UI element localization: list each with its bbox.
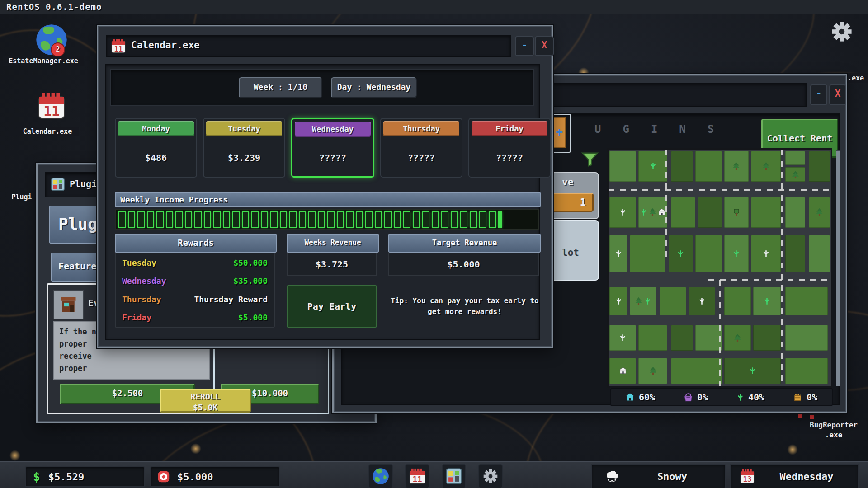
settings-gear-icon[interactable]	[831, 21, 853, 42]
map-tile[interactable]	[695, 151, 722, 182]
minimize-button[interactable]: -	[515, 36, 534, 56]
map-tile[interactable]	[671, 325, 693, 351]
day-card-thursday[interactable]: Thursday?????	[380, 118, 462, 178]
map-tile[interactable]	[751, 235, 781, 273]
day-card-tuesday[interactable]: Tuesday$3.239	[203, 118, 285, 178]
city-map[interactable]	[607, 148, 832, 388]
pay-early-button[interactable]: Pay Early	[287, 285, 377, 328]
map-tile[interactable]	[638, 197, 667, 228]
weather-indicator[interactable]: Snowy	[591, 464, 726, 488]
map-tile[interactable]	[698, 197, 722, 228]
close-button[interactable]: X	[829, 84, 846, 105]
map-tile[interactable]	[660, 287, 686, 315]
progress-segment	[147, 211, 154, 228]
day-cards-row: Monday$486Tuesday$3.239Wednesday?????Thu…	[115, 118, 542, 178]
map-tile[interactable]	[785, 287, 827, 315]
map-tile[interactable]	[724, 151, 749, 182]
map-tile[interactable]	[638, 151, 667, 182]
map-tile[interactable]	[753, 287, 781, 315]
zone-stats-bar: 60%0%40%0%	[610, 388, 833, 406]
reward-value: Thursday Reward	[194, 295, 268, 304]
progress-segment	[137, 211, 145, 228]
map-tile[interactable]	[609, 325, 636, 351]
rewards-list: Tuesday$50.000Wednesday$35.000ThursdayTh…	[115, 253, 275, 328]
day-card-monday[interactable]: Monday$486	[115, 118, 197, 178]
money-indicator[interactable]: $ $5.529	[25, 466, 145, 487]
map-tile[interactable]	[724, 287, 751, 315]
gear-icon	[483, 469, 498, 484]
day-indicator-button[interactable]: Day : Wednesday	[331, 77, 417, 98]
map-tile[interactable]	[695, 235, 722, 273]
map-tile[interactable]	[785, 151, 805, 165]
tree-icon	[763, 162, 769, 170]
desktop-icon-label: BugReporter	[800, 420, 867, 430]
plant-icon	[677, 250, 684, 258]
map-tile[interactable]	[609, 235, 627, 273]
map-tile[interactable]	[785, 325, 827, 351]
tray-icon-gear[interactable]	[478, 464, 503, 488]
day-card-friday[interactable]: Friday?????	[468, 118, 551, 178]
desktop-icon-label-fragment[interactable]: .exe	[844, 73, 868, 83]
globe-icon	[372, 468, 389, 485]
desktop-icon-bug-reporter[interactable]: BugReporter .exe	[791, 413, 868, 446]
calendar-window-title-bar[interactable]: 11 Calendar.exe	[106, 35, 511, 57]
map-tile[interactable]	[751, 197, 781, 228]
plugins-toolbar-letter: N	[679, 123, 685, 136]
map-tile[interactable]	[753, 325, 781, 351]
filter-funnel-icon[interactable]	[581, 151, 599, 168]
map-tile[interactable]	[751, 151, 781, 182]
tree-icon	[733, 162, 740, 170]
minimize-button[interactable]: -	[810, 84, 827, 105]
map-tile[interactable]	[785, 167, 805, 181]
map-tile[interactable]	[724, 325, 751, 351]
date-indicator[interactable]: 13 Wednesday	[730, 464, 859, 488]
map-tile[interactable]	[809, 197, 830, 228]
card-label-fragment: lot	[562, 247, 579, 258]
map-tile[interactable]	[809, 151, 830, 182]
map-scrollbar[interactable]	[836, 150, 840, 386]
tray-icon-plugins[interactable]	[442, 464, 466, 488]
map-tile[interactable]	[671, 197, 695, 228]
map-tile[interactable]	[669, 235, 693, 273]
map-tile[interactable]	[609, 287, 627, 315]
zone-stat: 0%	[684, 392, 708, 403]
map-tile[interactable]	[638, 325, 667, 351]
map-tile[interactable]	[785, 197, 805, 228]
progress-segment	[280, 211, 287, 228]
map-tile[interactable]	[724, 197, 749, 228]
tray-icon-calendar[interactable]: 11	[405, 464, 429, 488]
reroll-button[interactable]: REROLL $5.0K	[160, 389, 251, 413]
wheat-icon	[615, 297, 622, 305]
map-tile[interactable]	[689, 287, 715, 315]
week-indicator-button[interactable]: Week : 1/10	[239, 77, 322, 98]
reward-row: Friday$5.000	[122, 313, 268, 322]
plugins-icon	[445, 468, 462, 485]
map-tile[interactable]	[785, 235, 805, 273]
plant-icon	[737, 394, 744, 401]
day-card-wednesday[interactable]: Wednesday?????	[291, 118, 374, 178]
map-tile[interactable]	[671, 151, 693, 182]
map-tile[interactable]	[609, 358, 636, 384]
desktop-icon-calendar[interactable]: 11 Calendar.exe	[35, 91, 99, 136]
progress-segment	[384, 211, 392, 228]
close-button[interactable]: X	[535, 36, 554, 56]
map-tile[interactable]	[809, 235, 830, 273]
day-card-header: Thursday	[383, 121, 459, 136]
tax-indicator[interactable]: $5.000	[150, 466, 280, 487]
map-tile[interactable]	[630, 235, 665, 273]
tree-icon	[650, 367, 656, 375]
tray-icon-globe[interactable]	[368, 464, 393, 488]
map-tile[interactable]	[695, 325, 722, 351]
map-tile[interactable]	[609, 197, 636, 228]
map-tile[interactable]	[785, 358, 827, 384]
map-tile[interactable]	[609, 151, 636, 182]
map-tile[interactable]	[724, 358, 781, 384]
svg-text:13: 13	[743, 475, 752, 483]
map-tile[interactable]	[630, 287, 656, 315]
map-tile[interactable]	[724, 235, 749, 273]
map-tile[interactable]	[671, 358, 722, 384]
money-value: $5.529	[48, 471, 84, 483]
map-tile[interactable]	[638, 358, 667, 384]
calendar-window[interactable]: 11 Calendar.exe - X Week : 1/10 Day : We…	[97, 25, 553, 348]
desktop-icon-label-plugin-fragment[interactable]: Plugi	[7, 192, 36, 202]
